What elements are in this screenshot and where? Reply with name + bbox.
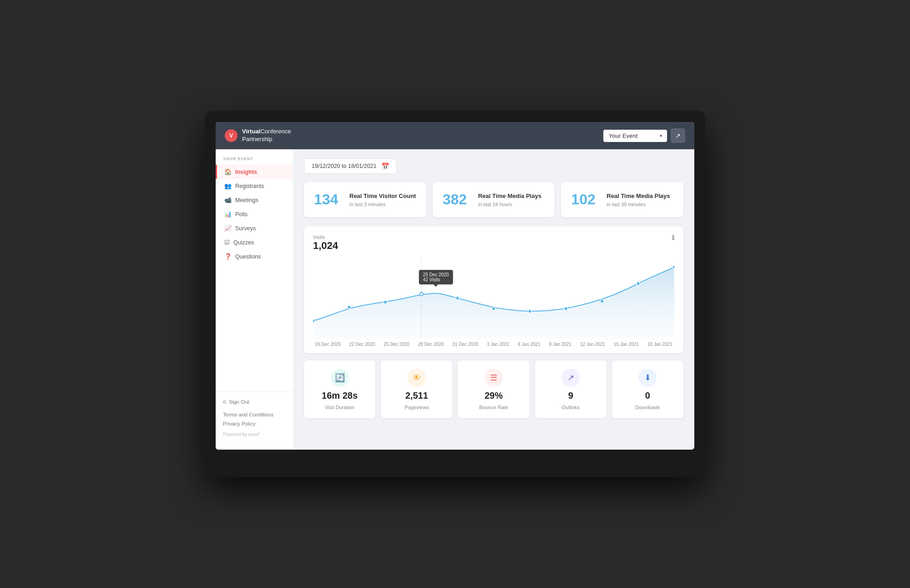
x-label-0: 19 Dec 2020: [315, 342, 341, 347]
svg-point-2: [384, 300, 387, 304]
date-range-bar[interactable]: 19/12/2020 to 18/01/2021 📅: [304, 158, 397, 174]
visit-duration-value: 16m 28s: [322, 390, 358, 401]
quizzes-icon: ☑: [224, 239, 230, 246]
sidebar-item-meetings[interactable]: 📹 Meetings: [216, 193, 293, 207]
metrics-row: 🔄 16m 28s Visit Duration 👁 2,511 Pagevie…: [304, 360, 683, 418]
svg-point-7: [564, 307, 567, 310]
chart-total-visits: 1,024: [313, 240, 674, 252]
chart-x-labels: 19 Dec 2020 22 Dec 2020 25 Dec 2020 28 D…: [313, 342, 674, 347]
stats-row: 134 Real Time Visitor Count in last 3 mi…: [304, 182, 683, 217]
media-30m-label: Real Time Media Plays: [607, 192, 670, 200]
sign-out-item[interactable]: ⎋ Sign Out: [223, 397, 286, 406]
top-bar-right: Your Event ↗: [603, 128, 685, 143]
media-30m-number: 102: [571, 191, 598, 208]
tooltip-value: 42 Visits: [423, 277, 449, 282]
metric-pageviews: 👁 2,511 Pageviews: [381, 360, 452, 418]
x-label-7: 9 Jan 2021: [549, 342, 572, 347]
date-range-text: 19/12/2020 to 18/01/2021: [312, 163, 377, 169]
metric-bounce-rate: ☰ 29% Bounce Rate: [458, 360, 529, 418]
sidebar-item-label-questions: Questions: [235, 253, 261, 260]
bounce-rate-icon: ☰: [485, 369, 503, 387]
media-24h-label: Real Time Media Plays: [478, 192, 541, 200]
visits-chart-svg: [313, 257, 674, 339]
svg-point-5: [492, 307, 495, 310]
x-label-4: 31 Dec 2020: [452, 342, 478, 347]
stat-card-visitors: 134 Real Time Visitor Count in last 3 mi…: [304, 182, 426, 217]
outlinks-label: Outlinks: [561, 405, 580, 410]
pageviews-icon: 👁: [408, 369, 426, 387]
insights-icon: 🏠: [224, 168, 232, 175]
visit-duration-label: Visit Duration: [325, 405, 354, 410]
media-30m-sublabel: in last 30 minutes: [607, 202, 670, 207]
media-24h-sublabel: in last 24 hours: [478, 202, 541, 207]
sidebar-item-questions[interactable]: ❓ Questions: [216, 249, 293, 264]
svg-point-4: [456, 296, 459, 300]
visits-chart: 25 Dec 2020 42 Visits: [313, 257, 674, 339]
stat-card-media-24h: 382 Real Time Media Plays in last 24 hou…: [433, 182, 555, 217]
sidebar-item-quizzes[interactable]: ☑ Quizzes: [216, 235, 293, 249]
top-bar: V VirtualConference Partnership Your Eve…: [216, 122, 694, 149]
registrants-icon: 👥: [224, 182, 232, 189]
bounce-rate-value: 29%: [485, 390, 503, 401]
chart-visits-label: Visits: [313, 234, 674, 240]
sidebar: YOUR EVENT 🏠 Insights 👥 Registrants 📹 Me…: [216, 149, 293, 450]
terms-item[interactable]: Terms and Conditions: [223, 410, 286, 419]
screen: V VirtualConference Partnership Your Eve…: [216, 122, 694, 450]
pageviews-value: 2,511: [405, 390, 428, 401]
metric-outlinks: ↗ 9 Outlinks: [535, 360, 607, 418]
sidebar-item-label-meetings: Meetings: [235, 197, 258, 203]
downloads-value: 0: [645, 390, 650, 401]
pageviews-label: Pageviews: [404, 405, 429, 410]
svg-point-9: [637, 282, 640, 285]
x-label-3: 28 Dec 2020: [418, 342, 444, 347]
svg-point-10: [672, 265, 674, 269]
sidebar-bottom: ⎋ Sign Out Terms and Conditions Privacy …: [216, 391, 293, 442]
svg-point-0: [313, 319, 315, 323]
visit-duration-icon: 🔄: [331, 369, 349, 387]
metric-downloads: ⬇ 0 Downloads: [612, 360, 683, 418]
main-layout: YOUR EVENT 🏠 Insights 👥 Registrants 📹 Me…: [216, 149, 694, 450]
questions-icon: ❓: [224, 253, 232, 260]
sidebar-item-registrants[interactable]: 👥 Registrants: [216, 179, 293, 193]
sidebar-item-polls[interactable]: 📊 Polls: [216, 207, 293, 221]
privacy-item[interactable]: Privacy Policy: [223, 419, 286, 428]
x-label-1: 22 Dec 2020: [349, 342, 375, 347]
event-selector-wrapper[interactable]: Your Event: [603, 130, 667, 142]
powered-by: Powered by assef: [223, 432, 286, 437]
visits-chart-section: ⬇ Visits 1,024 25 Dec 2020 42 Visits: [304, 226, 683, 353]
content-area: 19/12/2020 to 18/01/2021 📅 134 Real Time…: [293, 149, 694, 450]
sidebar-item-label-insights: Insights: [235, 169, 257, 175]
x-label-10: 18 Jan 2021: [647, 342, 672, 347]
svg-point-1: [348, 305, 351, 309]
laptop-frame: V VirtualConference Partnership Your Eve…: [205, 111, 705, 477]
bounce-rate-label: Bounce Rate: [479, 405, 508, 410]
downloads-label: Downloads: [635, 405, 660, 410]
x-label-5: 3 Jan 2021: [487, 342, 510, 347]
stat-card-media-30m: 102 Real Time Media Plays in last 30 min…: [561, 182, 683, 217]
polls-icon: 📊: [224, 211, 232, 218]
sidebar-item-label-polls: Polls: [235, 211, 248, 218]
calendar-icon: 📅: [381, 162, 389, 170]
logo-text: VirtualConference Partnership: [242, 128, 291, 143]
sidebar-item-label-quizzes: Quizzes: [233, 239, 254, 246]
logo-area: V VirtualConference Partnership: [225, 128, 291, 143]
visitors-number: 134: [314, 191, 341, 208]
external-link-button[interactable]: ↗: [671, 128, 685, 143]
surveys-icon: 📈: [224, 225, 232, 232]
sidebar-item-label-registrants: Registrants: [235, 183, 264, 189]
x-label-9: 15 Jan 2021: [614, 342, 639, 347]
outlinks-value: 9: [568, 390, 573, 401]
metric-visit-duration: 🔄 16m 28s Visit Duration: [304, 360, 375, 418]
chart-download-button[interactable]: ⬇: [670, 233, 676, 242]
x-label-2: 25 Dec 2020: [384, 342, 410, 347]
sidebar-item-surveys[interactable]: 📈 Surveys: [216, 221, 293, 235]
event-selector[interactable]: Your Event: [603, 130, 667, 142]
visitors-label: Real Time Visitor Count: [349, 192, 416, 200]
chart-tooltip: 25 Dec 2020 42 Visits: [419, 270, 453, 284]
tooltip-date: 25 Dec 2020: [423, 272, 449, 277]
outlinks-icon: ↗: [561, 369, 580, 387]
sidebar-item-insights[interactable]: 🏠 Insights: [216, 165, 293, 179]
sidebar-section-label: YOUR EVENT: [216, 157, 293, 165]
downloads-icon: ⬇: [638, 369, 657, 387]
x-label-8: 12 Jan 2021: [580, 342, 605, 347]
